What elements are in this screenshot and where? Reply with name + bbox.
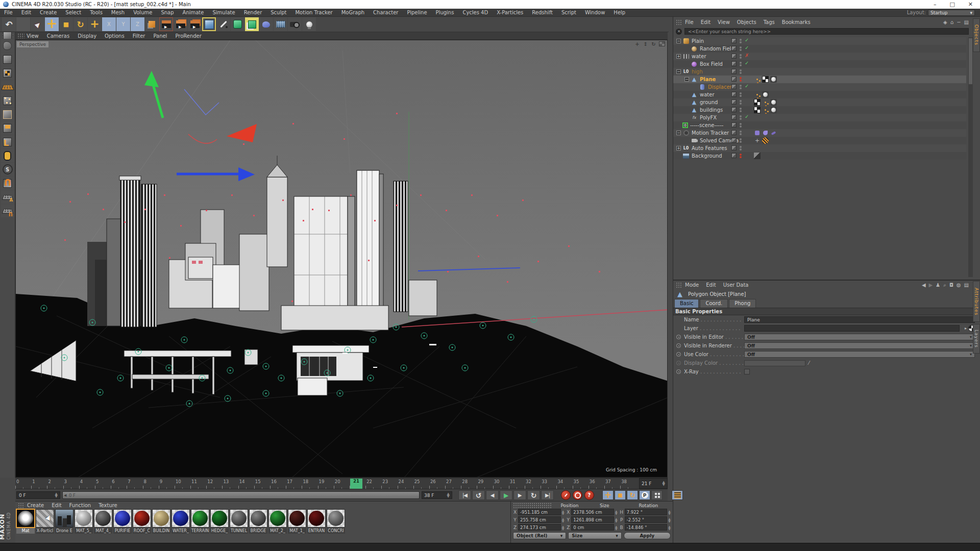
mode-toolbar-icon[interactable] bbox=[1, 149, 14, 162]
object-name[interactable]: buildings bbox=[700, 107, 723, 113]
layer-arrow-icon[interactable]: ▸ bbox=[965, 326, 967, 331]
toolbar-icon[interactable] bbox=[131, 17, 144, 31]
close-button[interactable]: ✕ bbox=[968, 1, 973, 8]
material-item[interactable]: TUNNEL bbox=[230, 509, 249, 534]
visibility-dots[interactable] bbox=[740, 146, 742, 151]
coord-mode-dropdown[interactable]: Object (Rel)▾ bbox=[513, 532, 566, 539]
preview-range-slider[interactable]: 0 F bbox=[62, 491, 420, 499]
tag-icon[interactable] bbox=[754, 153, 761, 159]
object-row[interactable]: PolyFX bbox=[673, 114, 966, 121]
keying-toggle[interactable] bbox=[602, 490, 614, 500]
viewport-canvas[interactable]: Perspective + ↕ ↻ bbox=[15, 40, 668, 478]
visibility-dots[interactable] bbox=[740, 54, 742, 59]
animation-toggle-icon[interactable] bbox=[676, 361, 681, 365]
object-manager-menu-item[interactable]: Bookmarks bbox=[782, 19, 811, 25]
menu-item[interactable]: Window bbox=[585, 10, 605, 15]
menu-item[interactable]: Mesh bbox=[111, 10, 125, 15]
object-name[interactable]: water bbox=[692, 54, 706, 59]
position-x-input[interactable]: -951.185 cm bbox=[518, 509, 561, 515]
toolbar-icon[interactable] bbox=[88, 17, 102, 31]
visibility-dots[interactable] bbox=[740, 62, 742, 67]
animation-toggle-icon[interactable] bbox=[676, 352, 681, 357]
layer-chip[interactable] bbox=[731, 122, 737, 128]
material-swatch[interactable] bbox=[16, 509, 35, 528]
material-swatch[interactable] bbox=[230, 509, 248, 528]
object-row[interactable]: high bbox=[673, 68, 966, 76]
toolbar-icon[interactable] bbox=[259, 17, 273, 31]
object-row[interactable]: ground bbox=[673, 98, 966, 106]
viewport-menu-item[interactable]: Panel bbox=[153, 33, 167, 39]
toolbar-icon[interactable] bbox=[288, 17, 302, 31]
object-row[interactable]: Box Field bbox=[673, 60, 966, 68]
visibility-dots[interactable] bbox=[740, 108, 742, 113]
object-row[interactable]: -----scene----- bbox=[673, 121, 966, 129]
apply-button[interactable]: Apply bbox=[624, 532, 671, 539]
xray-checkbox[interactable] bbox=[744, 369, 750, 374]
animation-toggle-icon[interactable] bbox=[676, 343, 681, 348]
use-color-dropdown[interactable]: Off▾ bbox=[744, 351, 975, 358]
material-item[interactable]: Drone E bbox=[55, 509, 74, 534]
lock-icon[interactable]: ◘ bbox=[949, 282, 953, 288]
world-icon[interactable]: ◍ bbox=[957, 282, 961, 288]
visibility-dots[interactable] bbox=[740, 85, 742, 90]
layer-chip[interactable] bbox=[731, 84, 737, 89]
menu-item[interactable]: MoGraph bbox=[341, 10, 364, 15]
tag-icon[interactable] bbox=[754, 137, 761, 144]
material-item[interactable]: MAT_4_ bbox=[94, 509, 113, 534]
position-z-input[interactable]: 274.173 cm bbox=[518, 524, 561, 531]
keying-toggle[interactable] bbox=[615, 490, 626, 500]
attribute-tab[interactable]: Coord. bbox=[700, 299, 728, 308]
menu-item[interactable]: Render bbox=[244, 10, 262, 15]
object-name[interactable]: Background bbox=[692, 153, 722, 159]
viewport-menu-item[interactable]: Filter bbox=[133, 33, 145, 39]
material-item[interactable]: Mat bbox=[16, 509, 35, 534]
visibility-dots[interactable] bbox=[740, 39, 742, 44]
expander-icon[interactable] bbox=[676, 69, 681, 74]
size-y-input[interactable]: 1261.898 cm bbox=[571, 516, 614, 523]
tab-objects[interactable]: Objects bbox=[973, 18, 980, 52]
mode-toolbar-icon[interactable] bbox=[1, 204, 14, 217]
object-manager-menu-item[interactable]: Tags bbox=[764, 19, 775, 25]
enable-state-icon[interactable] bbox=[745, 45, 749, 51]
object-manager-menu-item[interactable]: View bbox=[718, 19, 730, 25]
menu-item[interactable]: Pipeline bbox=[407, 10, 427, 15]
toolbar-icon[interactable] bbox=[245, 17, 259, 31]
layer-chip[interactable] bbox=[731, 77, 737, 82]
material-item[interactable]: ENTRAN bbox=[307, 509, 326, 534]
visibility-dots[interactable] bbox=[740, 123, 742, 128]
menu-item[interactable]: Animate bbox=[183, 10, 204, 15]
object-row[interactable]: buildings bbox=[673, 106, 966, 114]
display-color-swatch[interactable] bbox=[744, 360, 805, 366]
visible-renderer-dropdown[interactable]: Off▾ bbox=[744, 342, 975, 349]
viewport-menu-item[interactable]: ProRender bbox=[175, 33, 201, 39]
camera-label[interactable]: Perspective bbox=[17, 41, 48, 47]
mode-toolbar-icon[interactable] bbox=[1, 121, 14, 135]
tag-icon[interactable] bbox=[762, 137, 769, 144]
material-item[interactable]: PURIFIE bbox=[113, 509, 132, 534]
tag-icon[interactable] bbox=[770, 107, 777, 113]
menu-item[interactable]: File bbox=[4, 10, 13, 15]
material-item[interactable]: ROOF_C bbox=[133, 509, 152, 534]
material-swatch[interactable] bbox=[288, 509, 306, 528]
attribute-menu-item[interactable]: Edit bbox=[706, 282, 716, 288]
layout-dropdown[interactable]: Startup▾ bbox=[928, 10, 975, 16]
visibility-dots[interactable] bbox=[740, 69, 742, 74]
mode-toolbar-icon[interactable] bbox=[1, 39, 14, 52]
layer-chip[interactable] bbox=[731, 115, 737, 120]
rotation-p-input[interactable]: -2.552 ° bbox=[625, 516, 668, 523]
object-row[interactable]: Motion Tracker bbox=[673, 129, 966, 137]
layer-chip[interactable] bbox=[731, 99, 737, 105]
material-item[interactable]: BUILDIN bbox=[152, 509, 171, 534]
enable-state-icon[interactable] bbox=[745, 83, 749, 89]
transport-button[interactable] bbox=[541, 490, 554, 500]
toolbar-icon[interactable] bbox=[274, 17, 287, 31]
user-icon[interactable]: ♟ bbox=[936, 282, 940, 288]
material-swatch[interactable] bbox=[36, 509, 54, 528]
toolbar-icon[interactable] bbox=[2, 17, 16, 31]
visibility-dots[interactable] bbox=[740, 77, 742, 82]
material-menu-item[interactable]: Texture bbox=[99, 503, 117, 508]
search-input[interactable]: <<Enter your search string here>> bbox=[684, 28, 969, 35]
expander-icon[interactable] bbox=[676, 54, 681, 59]
menu-item[interactable]: Sculpt bbox=[271, 10, 286, 15]
keying-toggle[interactable] bbox=[639, 490, 650, 500]
